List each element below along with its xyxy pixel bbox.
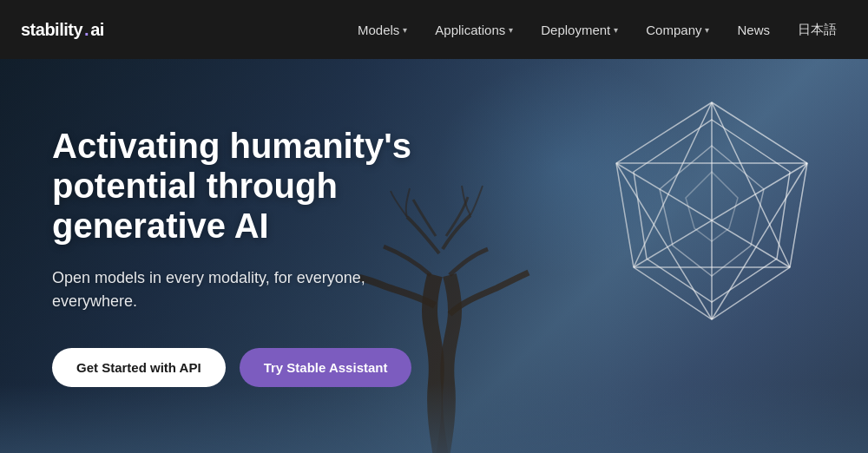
nav-label-news: News — [737, 23, 770, 37]
logo-dot: . — [84, 20, 89, 40]
nav-item-news[interactable]: News — [727, 16, 780, 44]
hero-content: Activating humanity's potential through … — [0, 59, 486, 453]
nav-item-japanese[interactable]: 日本語 — [787, 15, 847, 45]
nav-item-applications[interactable]: Applications ▾ — [424, 16, 523, 44]
hero-subtitle: Open models in every modality, for every… — [52, 266, 434, 313]
logo-ai-text: ai — [90, 20, 104, 40]
nav-item-models[interactable]: Models ▾ — [347, 16, 418, 44]
chevron-down-icon: ▾ — [614, 25, 618, 35]
nav-label-models: Models — [358, 23, 399, 37]
logo-stability-text: stability — [21, 20, 82, 40]
get-started-api-button[interactable]: Get Started with API — [52, 348, 226, 387]
nav-label-applications: Applications — [435, 23, 505, 37]
nav-label-deployment: Deployment — [541, 23, 610, 37]
nav-links: Models ▾ Applications ▾ Deployment ▾ Com… — [347, 15, 847, 45]
chevron-down-icon: ▾ — [705, 25, 709, 35]
chevron-down-icon: ▾ — [509, 25, 513, 35]
chevron-down-icon: ▾ — [403, 25, 407, 35]
nav-label-japanese: 日本語 — [798, 22, 837, 38]
nav-item-company[interactable]: Company ▾ — [635, 16, 720, 44]
logo[interactable]: stability.ai — [21, 20, 104, 40]
try-stable-assistant-button[interactable]: Try Stable Assistant — [240, 348, 412, 387]
hero-title: Activating humanity's potential through … — [52, 126, 434, 246]
hero-buttons: Get Started with API Try Stable Assistan… — [52, 348, 434, 387]
hero-section: Activating humanity's potential through … — [0, 59, 868, 453]
nav-label-company: Company — [646, 23, 701, 37]
nav-item-deployment[interactable]: Deployment ▾ — [530, 16, 628, 44]
navbar: stability.ai Models ▾ Applications ▾ Dep… — [0, 0, 868, 59]
